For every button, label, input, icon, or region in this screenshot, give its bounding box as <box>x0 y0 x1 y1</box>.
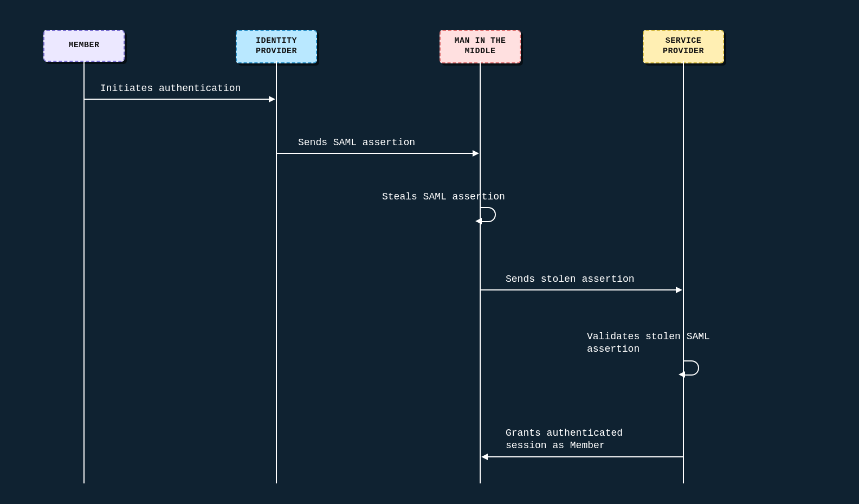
actor-identity-provider: IDENTITY PROVIDER <box>236 30 317 63</box>
actor-man-in-the-middle: MAN IN THE MIDDLE <box>440 30 521 63</box>
message-steals-saml-assertion: Steals SAML assertion <box>382 191 505 203</box>
lifeline-idp <box>276 61 277 483</box>
lifeline-member <box>83 61 85 483</box>
arrow-sp-to-mitm <box>482 456 683 457</box>
actor-mitm-label: MAN IN THE MIDDLE <box>454 36 506 56</box>
message-sends-saml-assertion: Sends SAML assertion <box>298 137 415 149</box>
lifeline-sp <box>683 61 684 483</box>
message-initiates-authentication: Initiates authentication <box>100 82 241 95</box>
arrow-idp-to-mitm <box>277 153 478 154</box>
actor-member-label: MEMBER <box>68 41 99 50</box>
lifeline-mitm <box>480 61 481 483</box>
actor-member: MEMBER <box>43 30 125 62</box>
message-sends-stolen-assertion: Sends stolen assertion <box>506 273 635 286</box>
sequence-diagram: MEMBER IDENTITY PROVIDER MAN IN THE MIDD… <box>0 0 859 504</box>
actor-idp-label: IDENTITY PROVIDER <box>256 36 297 56</box>
message-grants-session: Grants authenticated session as Member <box>506 427 623 453</box>
message-validates-stolen-assertion: Validates stolen SAML assertion <box>587 331 710 356</box>
arrow-mitm-to-sp <box>481 289 681 290</box>
actor-service-provider: SERVICE PROVIDER <box>643 30 724 63</box>
arrow-member-to-idp <box>85 99 274 100</box>
actor-sp-label: SERVICE PROVIDER <box>663 36 704 56</box>
